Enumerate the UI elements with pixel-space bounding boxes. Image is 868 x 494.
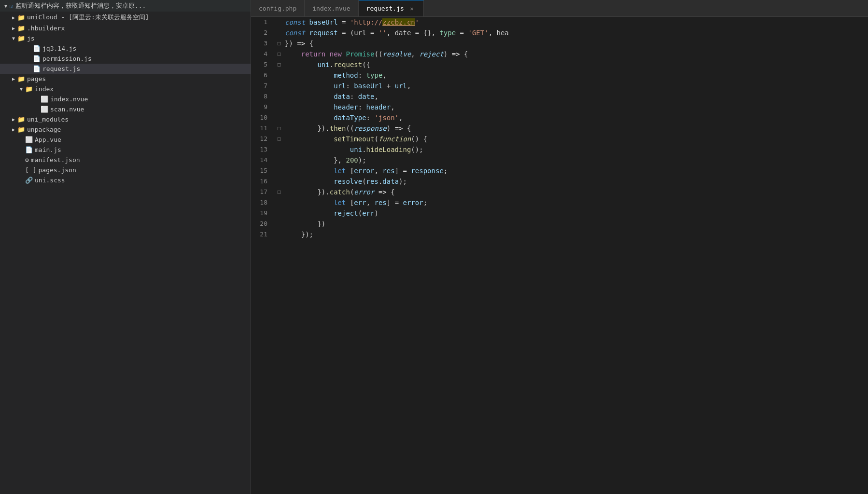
tree-item-pages[interactable]: ▶ 📁 pages [0, 74, 251, 84]
tree-label-js: js [27, 35, 35, 42]
line-number-12: 12 [251, 134, 275, 144]
tree-item-manifest[interactable]: ▶ ⚙ manifest.json [0, 155, 251, 165]
tab-request[interactable]: request.js ✕ [359, 0, 424, 16]
code-content-12: setTimeout(function() { [283, 134, 868, 144]
tree-item-main-js[interactable]: ▶ 📄 main.js [0, 145, 251, 155]
line-number-7: 7 [251, 81, 275, 91]
code-line-5: 5 □ uni.request({ [251, 59, 868, 70]
tree-item-jq[interactable]: ▶ 📄 jq3.14.js [0, 43, 251, 54]
tree-item-index-folder[interactable]: ▼ 📁 index [0, 84, 251, 94]
tree-item-permission[interactable]: ▶ 📄 permission.js [0, 54, 251, 64]
code-content-10: dataType: 'json', [283, 112, 868, 123]
tab-config[interactable]: config.php [251, 0, 305, 16]
line-number-6: 6 [251, 70, 275, 81]
tree-label-unpackage: unpackage [27, 126, 61, 133]
fold-btn-17[interactable]: □ [275, 187, 283, 197]
tree-arrow-pages: ▶ [10, 76, 17, 82]
code-content-20: }) [283, 219, 868, 229]
tree-item-request[interactable]: ▶ 📄 request.js [0, 64, 251, 74]
code-line-6: 6 method: type, [251, 70, 868, 81]
tree-arrow-index: ▼ [17, 86, 25, 92]
code-line-14: 14 }, 200); [251, 155, 868, 165]
code-line-1: 1 const baseUrl = 'http://zzcbz.cn' [251, 17, 868, 27]
code-content-15: let [error, res] = response; [283, 165, 868, 176]
line-number-16: 16 [251, 176, 275, 187]
editor-area: config.php index.nvue request.js ✕ 1 con… [251, 0, 868, 494]
code-line-12: 12 □ setTimeout(function() { [251, 134, 868, 144]
tree-label-hbuilderx: .hbuilderx [27, 25, 65, 32]
code-line-11: 11 □ }).then((response) => { [251, 123, 868, 134]
code-content-11: }).then((response) => { [283, 123, 868, 134]
code-line-16: 16 resolve(res.data); [251, 176, 868, 187]
fold-btn-12[interactable]: □ [275, 134, 283, 144]
code-line-19: 19 reject(err) [251, 208, 868, 219]
folder-icon-js: 📁 [17, 35, 25, 42]
line-number-21: 21 [251, 229, 275, 240]
tree-arrow-unicloud: ▶ [10, 15, 17, 20]
tree-label-jq: jq3.14.js [42, 45, 76, 52]
code-content-9: header: header, [283, 102, 868, 112]
code-editor[interactable]: 1 const baseUrl = 'http://zzcbz.cn' 2 co… [251, 17, 868, 494]
close-tab-button[interactable]: ✕ [408, 5, 416, 13]
tree-arrow-unpackage: ▶ [10, 127, 17, 132]
code-content-13: uni.hideLoading(); [283, 144, 868, 155]
tab-label-request: request.js [366, 5, 404, 12]
tree-item-js[interactable]: ▼ 📁 js [0, 33, 251, 43]
tab-index-nvue[interactable]: index.nvue [305, 0, 358, 16]
line-number-4: 4 [251, 49, 275, 59]
tree-label-uni-modules: uni_modules [27, 116, 69, 123]
tree-label-pages-json: pages.json [38, 166, 76, 174]
tree-label-root: 监听通知栏内容，获取通知栏消息，安卓原... [15, 1, 146, 10]
tree-label-request: request.js [42, 65, 80, 72]
tree-label-uni-scss: uni.scss [35, 177, 65, 184]
file-icon-jq: 📄 [33, 45, 41, 52]
tree-label-manifest: manifest.json [31, 156, 80, 164]
code-line-10: 10 dataType: 'json', [251, 112, 868, 123]
tree-item-app-vue[interactable]: ▶ ⬜ App.vue [0, 135, 251, 145]
line-number-17: 17 [251, 187, 275, 197]
tree-arrow-hbuilderx: ▶ [10, 26, 17, 31]
fold-btn-4[interactable]: □ [275, 49, 283, 59]
code-line-9: 9 header: header, [251, 102, 868, 112]
tree-item-hbuilderx[interactable]: ▶ 📁 .hbuilderx [0, 23, 251, 33]
tree-label-scan-nvue: scan.nvue [50, 106, 84, 113]
folder-icon-pages: 📁 [17, 75, 25, 82]
code-content-5: uni.request({ [283, 59, 868, 70]
code-content-4: return new Promise((resolve, reject) => … [283, 49, 868, 59]
code-line-17: 17 □ }).catch(error => { [251, 187, 868, 197]
file-icon-main-js: 📄 [25, 146, 33, 153]
line-number-13: 13 [251, 144, 275, 155]
code-content-3: }) => { [283, 38, 868, 49]
file-icon-index-nvue: ⬜ [41, 96, 48, 103]
code-content-18: let [err, res] = error; [283, 197, 868, 208]
line-number-10: 10 [251, 112, 275, 123]
tree-item-uni-scss[interactable]: ▶ 🔗 uni.scss [0, 175, 251, 185]
tree-item-scan-nvue[interactable]: ▶ ⬜ scan.nvue [0, 104, 251, 114]
tree-item-unicloud[interactable]: ▶ 📁 uniCloud - [阿里云:未关联云服务空间] [0, 12, 251, 23]
line-number-2: 2 [251, 27, 275, 38]
file-icon-uni-scss: 🔗 [25, 177, 33, 184]
tree-item-pages-json[interactable]: ▶ [ ] pages.json [0, 165, 251, 175]
tab-label-index-nvue: index.nvue [312, 5, 350, 12]
fold-btn-3[interactable]: □ [275, 38, 283, 49]
tree-item-uni-modules[interactable]: ▶ 📁 uni_modules [0, 114, 251, 124]
line-number-15: 15 [251, 165, 275, 176]
folder-icon-unpackage: 📁 [17, 126, 25, 133]
code-line-7: 7 url: baseUrl + url, [251, 81, 868, 91]
file-icon-request: 📄 [33, 65, 41, 72]
folder-icon-unicloud: 📁 [17, 14, 25, 21]
file-icon-scan-nvue: ⬜ [41, 106, 48, 113]
line-number-18: 18 [251, 197, 275, 208]
code-line-2: 2 const request = (url = '', date = {}, … [251, 27, 868, 38]
tree-label-pages: pages [27, 75, 46, 82]
code-content-14: }, 200); [283, 155, 868, 165]
file-explorer[interactable]: ▼ ☑ 监听通知栏内容，获取通知栏消息，安卓原... ▶ 📁 uniCloud … [0, 0, 251, 494]
fold-btn-5[interactable]: □ [275, 59, 283, 70]
file-icon-pages-json: [ ] [25, 166, 36, 174]
tree-arrow-uni-modules: ▶ [10, 117, 17, 122]
file-icon-app-vue: ⬜ [25, 136, 33, 143]
tree-item-root[interactable]: ▼ ☑ 监听通知栏内容，获取通知栏消息，安卓原... [0, 0, 251, 12]
fold-btn-11[interactable]: □ [275, 123, 283, 134]
tree-item-index-nvue[interactable]: ▶ ⬜ index.nvue [0, 94, 251, 104]
tree-item-unpackage[interactable]: ▶ 📁 unpackage [0, 124, 251, 135]
